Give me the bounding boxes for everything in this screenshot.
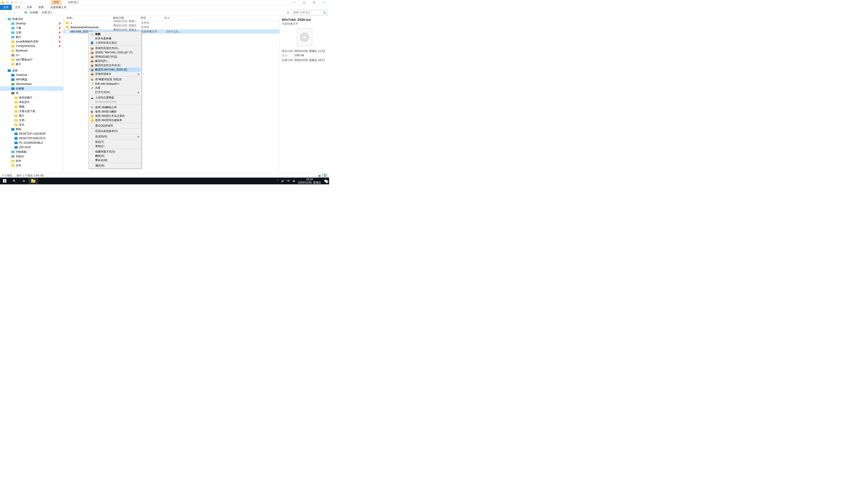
context-menu-item[interactable]: 打开方式(H)▶: [89, 90, 141, 94]
nav-item[interactable]: Bandicam: [0, 48, 63, 53]
column-name[interactable]: 名称▴: [63, 16, 113, 20]
nav-item[interactable]: ˅快速访问: [0, 17, 63, 21]
ribbon-tab-share[interactable]: 共享: [24, 5, 35, 10]
navigation-pane[interactable]: ˅快速访问Desktop📌下载📌文档📌图片📌excel表格制作求和📌YUNQIS…: [0, 15, 63, 173]
recent-dropdown[interactable]: ▾: [12, 11, 16, 15]
context-menu-item[interactable]: 创建快捷方式(S): [89, 150, 141, 154]
nav-item[interactable]: 文件: [0, 163, 63, 168]
search-button[interactable]: 🔍: [9, 177, 19, 184]
context-menu-item[interactable]: 📝Edit with Notepad++: [89, 82, 141, 86]
view-large-icons-button[interactable]: ▦: [317, 174, 322, 178]
search-input[interactable]: 搜索"文档 (E:)" 🔍: [291, 10, 328, 15]
context-menu-item[interactable]: 🟡使用 360进行木马云查杀: [89, 114, 141, 118]
nav-item[interactable]: 控制面板: [0, 150, 63, 154]
ribbon-tab-disc-tools[interactable]: 光盘映像工具: [47, 5, 70, 10]
start-button[interactable]: [0, 177, 9, 184]
nav-item[interactable]: G:\: [0, 53, 63, 57]
nav-item[interactable]: YUNQISHI2019📌: [0, 44, 63, 48]
context-menu-item[interactable]: 📘上传到有道云笔记: [89, 41, 141, 45]
nav-item[interactable]: 下载📌: [0, 26, 63, 30]
back-button[interactable]: ←: [1, 11, 5, 15]
nav-item[interactable]: 本机照片: [0, 100, 63, 104]
breadcrumb[interactable]: › 此电脑 › 文档 (E:) › ˅ ⟳: [23, 10, 290, 15]
expand-icon[interactable]: ˅: [4, 18, 6, 20]
column-size[interactable]: 大小: [164, 16, 180, 20]
breadcrumb-segment[interactable]: 此电脑: [29, 10, 39, 15]
refresh-icon[interactable]: ⟳: [287, 11, 289, 14]
nav-item[interactable]: ˅网络: [0, 127, 63, 131]
context-menu-item[interactable]: 通过QQ发送到: [89, 124, 141, 128]
nav-item[interactable]: excel表格制作求和📌: [0, 39, 63, 44]
ime-icon[interactable]: 中: [287, 179, 290, 183]
context-menu-item[interactable]: 📦解压到当前文件夹(X): [89, 63, 141, 68]
nav-item[interactable]: DESKTOP-NJEU3CG: [0, 136, 63, 140]
nav-item[interactable]: 图片: [0, 113, 63, 118]
nav-item[interactable]: Administrator: [0, 82, 63, 86]
nav-item[interactable]: ˅桌面: [0, 68, 63, 73]
nav-item[interactable]: ZMT2019: [0, 145, 63, 150]
context-menu-item[interactable]: 复制(C): [89, 144, 141, 149]
nav-item[interactable]: 保存的图片: [0, 95, 63, 100]
expand-icon[interactable]: ˅: [8, 128, 10, 130]
help-button[interactable]: ?: [319, 0, 329, 5]
ribbon-tab-file[interactable]: 文件: [0, 5, 12, 10]
context-menu-item[interactable]: 📦解压到 Win7x64_2020\ (E): [89, 68, 141, 72]
minimize-button[interactable]: ─: [289, 0, 299, 5]
ribbon-tab-home[interactable]: 主页: [12, 5, 24, 10]
context-menu-item[interactable]: 📦用360压缩打开(Q): [89, 55, 141, 59]
qat-checkbox-icon[interactable]: ☑: [5, 1, 9, 4]
context-menu-item[interactable]: ☁上传到百度网盘: [89, 96, 141, 100]
maximize-button[interactable]: ▢: [299, 0, 309, 5]
volume-icon[interactable]: 🔊: [281, 180, 284, 183]
chevron-right-icon[interactable]: ›: [28, 11, 29, 14]
context-menu-item[interactable]: 🗑使用 360强力删除: [89, 109, 141, 114]
context-menu-item[interactable]: 删除(D): [89, 154, 141, 158]
nav-item[interactable]: 音乐: [0, 123, 63, 127]
nav-item[interactable]: 此电脑: [0, 86, 63, 91]
close-button[interactable]: ✕: [309, 0, 319, 5]
file-row[interactable]: 12020/12/15, 星期二 1...文件夹: [63, 21, 279, 25]
breadcrumb-dropdown-icon[interactable]: ˅: [284, 11, 285, 14]
view-details-button[interactable]: ☰: [322, 174, 327, 178]
nav-item[interactable]: 图片📌: [0, 35, 63, 39]
qat-delete-icon[interactable]: ✕: [10, 1, 13, 4]
tray-date[interactable]: 2020/12/25, 星期五: [298, 181, 321, 184]
nav-item[interactable]: PC-20190530OBLA: [0, 140, 63, 145]
tray-time[interactable]: 16:32: [298, 178, 321, 181]
nav-item[interactable]: Desktop📌: [0, 21, 63, 26]
context-menu-item[interactable]: 属性(R): [89, 164, 141, 168]
network-icon[interactable]: 🖧: [292, 180, 295, 183]
expand-icon[interactable]: ›: [8, 92, 10, 94]
nav-item[interactable]: 天翼云盘下载: [0, 109, 63, 113]
context-menu-item[interactable]: 剪切(T): [89, 140, 141, 144]
chevron-right-icon[interactable]: ›: [39, 11, 40, 14]
file-row[interactable]: BaiduNetdiskDownload2020/12/25, 星期五 1...…: [63, 25, 279, 29]
qat-undo-icon[interactable]: ↶: [14, 1, 18, 4]
nav-item[interactable]: ›库: [0, 91, 63, 95]
context-menu-item[interactable]: 🛡使用 360解除占用: [89, 105, 141, 109]
context-menu-item[interactable]: 🐝用 蜂蜜浏览器 浏览(3): [89, 77, 141, 82]
nav-item[interactable]: OneDrive: [0, 73, 63, 77]
ribbon-tab-view[interactable]: 查看: [35, 5, 47, 10]
forward-button[interactable]: →: [7, 11, 11, 15]
notifications-icon[interactable]: 💬3: [324, 180, 327, 183]
expand-icon[interactable]: ˅: [4, 69, 6, 72]
explorer-taskbar-button[interactable]: [29, 177, 38, 184]
context-menu-item[interactable]: 发送到(N)▶: [89, 134, 141, 139]
breadcrumb-segment[interactable]: 文档 (E:): [41, 10, 53, 15]
nav-item[interactable]: 回收站: [0, 154, 63, 159]
up-button[interactable]: ↑: [18, 11, 22, 15]
context-menu-item[interactable]: 📦添加到压缩文件(A)...: [89, 46, 141, 51]
context-menu-item[interactable]: 🟡使用 360管理右键菜单: [89, 118, 141, 123]
nav-item[interactable]: DESKTOP-LSSOEDP: [0, 131, 63, 136]
nav-item[interactable]: 软件: [0, 159, 63, 163]
nav-item[interactable]: WPS网盘: [0, 77, 63, 82]
context-menu-item[interactable]: 刻录光盘映像: [89, 36, 141, 41]
tray-chevron-icon[interactable]: ˄: [277, 180, 278, 183]
context-menu-item[interactable]: ↗共享: [89, 86, 141, 90]
context-menu-item[interactable]: 重命名(M): [89, 158, 141, 162]
qat-dropdown-icon[interactable]: ▾: [19, 1, 23, 4]
context-menu-item[interactable]: 📦添加到 "Win7x64_2020.zip" (T): [89, 51, 141, 55]
context-menu-item[interactable]: 💿装载: [89, 32, 141, 36]
context-menu-item[interactable]: 还原以前的版本(V): [89, 129, 141, 133]
